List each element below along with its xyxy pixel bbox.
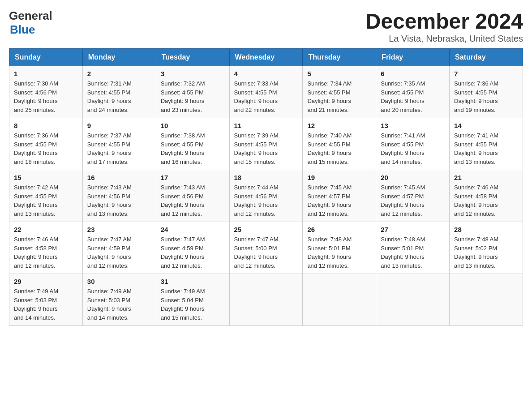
table-row: 5 Sunrise: 7:34 AM Sunset: 4:55 PM Dayli…	[303, 66, 376, 118]
calendar-week-row: 29 Sunrise: 7:49 AM Sunset: 5:03 PM Dayl…	[9, 274, 523, 326]
table-row: 29 Sunrise: 7:49 AM Sunset: 5:03 PM Dayl…	[9, 274, 83, 326]
day-info: Sunrise: 7:41 AM Sunset: 4:55 PM Dayligh…	[381, 131, 445, 166]
day-number: 31	[161, 278, 225, 285]
table-row: 17 Sunrise: 7:43 AM Sunset: 4:56 PM Dayl…	[156, 170, 229, 222]
table-row: 12 Sunrise: 7:40 AM Sunset: 4:55 PM Dayl…	[303, 118, 376, 170]
table-row	[376, 274, 450, 326]
day-number: 2	[87, 70, 151, 77]
calendar-week-row: 8 Sunrise: 7:36 AM Sunset: 4:55 PM Dayli…	[9, 118, 523, 170]
table-row: 9 Sunrise: 7:37 AM Sunset: 4:55 PM Dayli…	[82, 118, 156, 170]
logo: General Blue	[9, 9, 52, 37]
day-info: Sunrise: 7:39 AM Sunset: 4:55 PM Dayligh…	[234, 131, 298, 166]
col-thursday: Thursday	[303, 49, 376, 66]
table-row: 27 Sunrise: 7:48 AM Sunset: 5:01 PM Dayl…	[376, 222, 450, 274]
table-row: 13 Sunrise: 7:41 AM Sunset: 4:55 PM Dayl…	[376, 118, 450, 170]
day-info: Sunrise: 7:47 AM Sunset: 4:59 PM Dayligh…	[161, 235, 225, 270]
title-area: December 2024 La Vista, Nebraska, United…	[365, 9, 523, 44]
table-row: 23 Sunrise: 7:47 AM Sunset: 4:59 PM Dayl…	[82, 222, 156, 274]
day-info: Sunrise: 7:30 AM Sunset: 4:56 PM Dayligh…	[14, 79, 78, 114]
col-friday: Friday	[376, 49, 450, 66]
day-number: 28	[454, 226, 518, 233]
table-row: 28 Sunrise: 7:48 AM Sunset: 5:02 PM Dayl…	[450, 222, 523, 274]
table-row: 20 Sunrise: 7:45 AM Sunset: 4:57 PM Dayl…	[376, 170, 450, 222]
day-info: Sunrise: 7:41 AM Sunset: 4:55 PM Dayligh…	[454, 131, 518, 166]
table-row: 6 Sunrise: 7:35 AM Sunset: 4:55 PM Dayli…	[376, 66, 450, 118]
day-info: Sunrise: 7:42 AM Sunset: 4:55 PM Dayligh…	[14, 183, 78, 218]
day-info: Sunrise: 7:40 AM Sunset: 4:55 PM Dayligh…	[307, 131, 371, 166]
table-row	[229, 274, 303, 326]
day-number: 4	[234, 70, 298, 77]
day-info: Sunrise: 7:49 AM Sunset: 5:03 PM Dayligh…	[14, 287, 78, 322]
day-info: Sunrise: 7:32 AM Sunset: 4:55 PM Dayligh…	[161, 79, 225, 114]
table-row	[450, 274, 523, 326]
col-saturday: Saturday	[450, 49, 523, 66]
day-number: 23	[87, 226, 151, 233]
table-row: 25 Sunrise: 7:47 AM Sunset: 5:00 PM Dayl…	[229, 222, 303, 274]
table-row: 3 Sunrise: 7:32 AM Sunset: 4:55 PM Dayli…	[156, 66, 229, 118]
day-info: Sunrise: 7:43 AM Sunset: 4:56 PM Dayligh…	[87, 183, 151, 218]
day-info: Sunrise: 7:48 AM Sunset: 5:01 PM Dayligh…	[381, 235, 445, 270]
day-info: Sunrise: 7:46 AM Sunset: 4:58 PM Dayligh…	[14, 235, 78, 270]
table-row: 22 Sunrise: 7:46 AM Sunset: 4:58 PM Dayl…	[9, 222, 83, 274]
calendar-table: Sunday Monday Tuesday Wednesday Thursday…	[9, 48, 523, 326]
day-number: 10	[161, 122, 225, 129]
table-row: 11 Sunrise: 7:39 AM Sunset: 4:55 PM Dayl…	[229, 118, 303, 170]
day-info: Sunrise: 7:48 AM Sunset: 5:02 PM Dayligh…	[454, 235, 518, 270]
table-row: 10 Sunrise: 7:38 AM Sunset: 4:55 PM Dayl…	[156, 118, 229, 170]
day-number: 3	[161, 70, 225, 77]
day-number: 17	[161, 174, 225, 181]
logo-blue-text: Blue	[10, 23, 35, 37]
day-number: 1	[14, 70, 78, 77]
logo-general-text: General	[9, 9, 52, 23]
table-row: 16 Sunrise: 7:43 AM Sunset: 4:56 PM Dayl…	[82, 170, 156, 222]
day-info: Sunrise: 7:48 AM Sunset: 5:01 PM Dayligh…	[307, 235, 371, 270]
day-number: 15	[14, 174, 78, 181]
day-number: 9	[87, 122, 151, 129]
day-info: Sunrise: 7:47 AM Sunset: 5:00 PM Dayligh…	[234, 235, 298, 270]
col-monday: Monday	[82, 49, 156, 66]
day-number: 24	[161, 226, 225, 233]
day-number: 18	[234, 174, 298, 181]
day-number: 13	[381, 122, 445, 129]
day-info: Sunrise: 7:46 AM Sunset: 4:58 PM Dayligh…	[454, 183, 518, 218]
table-row: 2 Sunrise: 7:31 AM Sunset: 4:55 PM Dayli…	[82, 66, 156, 118]
calendar-week-row: 15 Sunrise: 7:42 AM Sunset: 4:55 PM Dayl…	[9, 170, 523, 222]
table-row: 8 Sunrise: 7:36 AM Sunset: 4:55 PM Dayli…	[9, 118, 83, 170]
table-row: 14 Sunrise: 7:41 AM Sunset: 4:55 PM Dayl…	[450, 118, 523, 170]
day-number: 11	[234, 122, 298, 129]
table-row: 18 Sunrise: 7:44 AM Sunset: 4:56 PM Dayl…	[229, 170, 303, 222]
day-info: Sunrise: 7:38 AM Sunset: 4:55 PM Dayligh…	[161, 131, 225, 166]
day-number: 22	[14, 226, 78, 233]
table-row: 7 Sunrise: 7:36 AM Sunset: 4:55 PM Dayli…	[450, 66, 523, 118]
location-text: La Vista, Nebraska, United States	[365, 34, 523, 44]
day-number: 14	[454, 122, 518, 129]
day-info: Sunrise: 7:31 AM Sunset: 4:55 PM Dayligh…	[87, 79, 151, 114]
day-info: Sunrise: 7:37 AM Sunset: 4:55 PM Dayligh…	[87, 131, 151, 166]
day-info: Sunrise: 7:47 AM Sunset: 4:59 PM Dayligh…	[87, 235, 151, 270]
day-info: Sunrise: 7:34 AM Sunset: 4:55 PM Dayligh…	[307, 79, 371, 114]
calendar-week-row: 22 Sunrise: 7:46 AM Sunset: 4:58 PM Dayl…	[9, 222, 523, 274]
col-tuesday: Tuesday	[156, 49, 229, 66]
day-number: 26	[307, 226, 371, 233]
col-sunday: Sunday	[9, 49, 83, 66]
table-row: 4 Sunrise: 7:33 AM Sunset: 4:55 PM Dayli…	[229, 66, 303, 118]
day-info: Sunrise: 7:43 AM Sunset: 4:56 PM Dayligh…	[161, 183, 225, 218]
day-number: 19	[307, 174, 371, 181]
day-number: 27	[381, 226, 445, 233]
day-number: 12	[307, 122, 371, 129]
day-number: 16	[87, 174, 151, 181]
col-wednesday: Wednesday	[229, 49, 303, 66]
day-info: Sunrise: 7:33 AM Sunset: 4:55 PM Dayligh…	[234, 79, 298, 114]
day-info: Sunrise: 7:36 AM Sunset: 4:55 PM Dayligh…	[454, 79, 518, 114]
calendar-week-row: 1 Sunrise: 7:30 AM Sunset: 4:56 PM Dayli…	[9, 66, 523, 118]
day-number: 25	[234, 226, 298, 233]
table-row	[303, 274, 376, 326]
table-row: 30 Sunrise: 7:49 AM Sunset: 5:03 PM Dayl…	[82, 274, 156, 326]
month-title: December 2024	[365, 9, 523, 34]
day-info: Sunrise: 7:49 AM Sunset: 5:04 PM Dayligh…	[161, 287, 225, 322]
day-info: Sunrise: 7:35 AM Sunset: 4:55 PM Dayligh…	[381, 79, 445, 114]
day-info: Sunrise: 7:45 AM Sunset: 4:57 PM Dayligh…	[381, 183, 445, 218]
day-number: 29	[14, 278, 78, 285]
table-row: 26 Sunrise: 7:48 AM Sunset: 5:01 PM Dayl…	[303, 222, 376, 274]
table-row: 24 Sunrise: 7:47 AM Sunset: 4:59 PM Dayl…	[156, 222, 229, 274]
